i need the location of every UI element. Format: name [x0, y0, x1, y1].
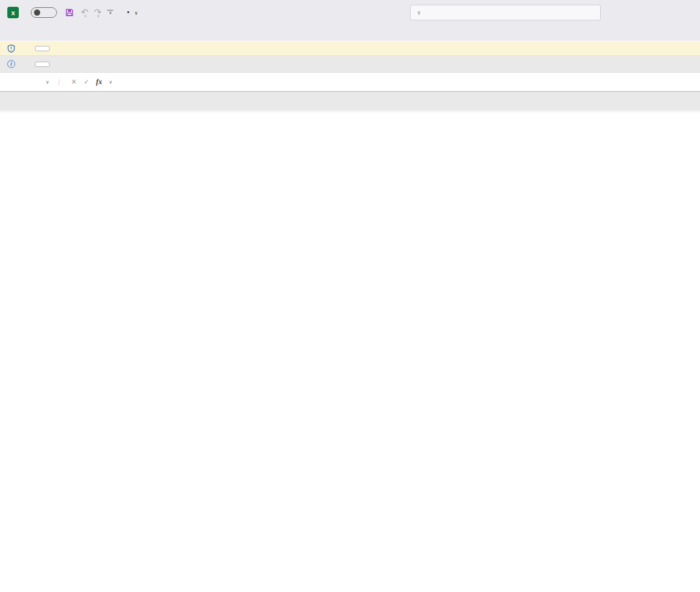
name-box[interactable]: ∨ [4, 76, 52, 88]
formula-input[interactable] [118, 76, 698, 88]
info-icon: i [7, 60, 15, 68]
chevron-down-icon[interactable]: ∨ [109, 79, 112, 85]
search-input[interactable]: ⌕ [410, 5, 601, 20]
undo-button[interactable]: ↶∨ [81, 8, 87, 17]
status-strip [0, 110, 700, 112]
excel-app-icon[interactable]: x [7, 7, 19, 18]
sheet-tab-bar [0, 91, 700, 110]
insert-function-icon[interactable]: fx [96, 78, 102, 86]
save-now-button[interactable] [35, 62, 50, 67]
search-icon: ⌕ [414, 8, 423, 17]
enable-editing-button[interactable] [35, 46, 50, 51]
title-bar: x ↶∨ ↷∨ ∨ • ∨ ⌕ [0, 0, 700, 25]
excel-window: x ↶∨ ↷∨ ∨ • ∨ ⌕ [0, 0, 700, 592]
add-sheet-button[interactable] [27, 92, 44, 110]
toggle-knob-icon [34, 9, 40, 16]
save-icon[interactable] [65, 8, 74, 17]
autosave-toggle[interactable] [31, 7, 57, 18]
promo-banner: i [0, 56, 700, 73]
ribbon-tab-bar [0, 25, 700, 41]
cancel-icon[interactable]: ✕ [71, 78, 77, 86]
protected-view-banner [0, 41, 700, 56]
shield-icon [7, 44, 15, 53]
customize-quick-access-icon[interactable]: ∨ [107, 10, 113, 15]
chevron-down-icon[interactable]: ∨ [134, 10, 138, 16]
chevron-down-icon[interactable]: ∨ [45, 79, 49, 85]
formula-bar: ∨ ⋮ ✕ ✓ fx ∨ [0, 73, 700, 91]
redo-button[interactable]: ↷∨ [94, 8, 100, 17]
enter-icon[interactable]: ✓ [84, 78, 89, 86]
formula-bar-divider: ⋮ [52, 78, 66, 86]
